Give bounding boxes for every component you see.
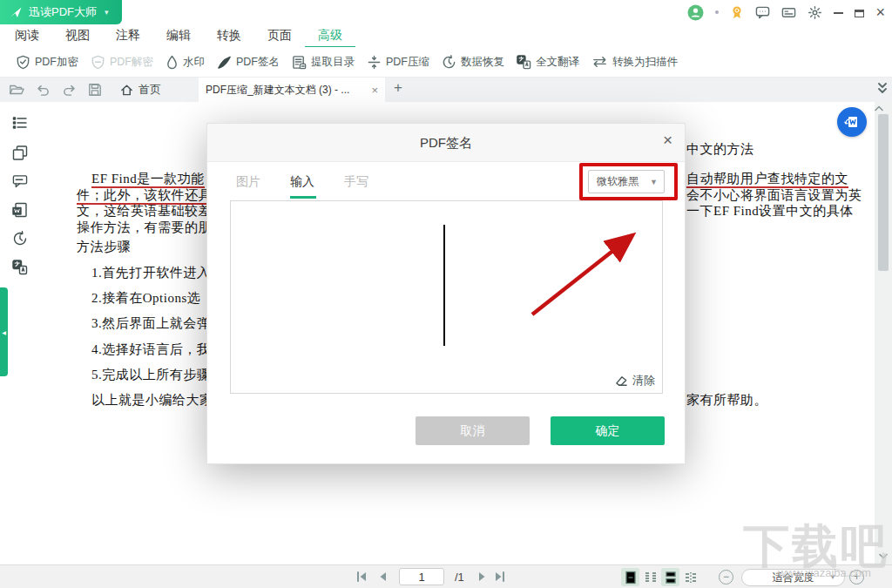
maximize-button[interactable] <box>855 0 864 24</box>
facing-view-icon[interactable] <box>661 568 679 586</box>
page-number-input[interactable] <box>399 568 444 585</box>
page-thumbnails-icon[interactable] <box>12 145 28 160</box>
document-tab-bar: 首页 PDF压缩_新建文本文档 (3) - ... × + <box>0 78 892 102</box>
ribbon-full-translate[interactable]: 全文翻译 <box>517 55 579 70</box>
word-badge-icon <box>843 113 861 131</box>
first-page-button[interactable] <box>355 571 368 583</box>
gift-card-icon[interactable] <box>781 6 796 19</box>
next-page-button[interactable] <box>476 571 489 583</box>
extract-toc-icon <box>292 55 307 70</box>
app-title: 迅读PDF大师 <box>29 4 97 20</box>
new-tab-button[interactable]: + <box>394 79 402 97</box>
app-window: 迅读PDF大师 ▾ × 阅读 视图 <box>0 0 892 588</box>
confirm-button[interactable]: 确定 <box>551 416 665 445</box>
font-dropdown-value: 微软雅黑 <box>597 174 639 189</box>
signature-canvas[interactable]: 清除 <box>230 200 663 394</box>
menu-tab-view[interactable]: 视图 <box>65 24 90 47</box>
home-icon <box>120 84 133 97</box>
vertical-scrollbar[interactable] <box>875 102 892 564</box>
menu-tab-advanced[interactable]: 高级 <box>318 24 342 47</box>
dialog-header: PDF签名 <box>207 124 685 162</box>
scrollbar-thumb[interactable] <box>878 114 889 271</box>
ribbon-watermark[interactable]: 水印 <box>166 55 205 70</box>
doc-text-line: 自动帮助用户查找特定的文 <box>686 171 848 187</box>
doc-text-line: 3.然后界面上就会弹 <box>91 315 210 332</box>
ribbon-convert-scan[interactable]: 转换为扫描件 <box>591 55 678 70</box>
maximize-icon <box>855 10 864 17</box>
word-convert-badge[interactable] <box>837 107 867 137</box>
redo-icon[interactable] <box>62 84 77 97</box>
scroll-up-icon[interactable] <box>875 105 892 112</box>
dialog-title: PDF签名 <box>207 124 685 162</box>
prev-page-button[interactable] <box>376 571 389 583</box>
ribbon-pdf-compress[interactable]: PDF压缩 <box>367 55 429 70</box>
clear-button[interactable]: 清除 <box>615 373 655 389</box>
double-chevron-down-icon[interactable] <box>875 81 889 97</box>
data-recover-icon[interactable] <box>12 231 28 247</box>
data-recover-icon <box>442 55 456 70</box>
ribbon-toolbar: PDF加密 PDF解密 水印 PDF签名 提取目录 PDF压缩 数据恢复 全文 <box>0 47 892 78</box>
menu-tab-page[interactable]: 页面 <box>267 24 292 47</box>
scroll-down-icon[interactable] <box>879 553 888 559</box>
tab-document-active[interactable]: PDF压缩_新建文本文档 (3) - ... × <box>199 78 385 102</box>
dialog-tab-handwrite[interactable]: 手写 <box>344 174 368 190</box>
ribbon-extract-toc[interactable]: 提取目录 <box>292 55 355 70</box>
titlebar-controls: × <box>687 0 885 24</box>
save-icon[interactable] <box>88 83 102 97</box>
zoom-in-button[interactable]: + <box>849 570 864 585</box>
facing-continuous-view-icon[interactable] <box>681 568 699 586</box>
settings-gear-icon[interactable] <box>808 5 822 20</box>
collapse-arrow-icon: ◀ <box>2 329 6 335</box>
doc-text-line: 5.完成以上所有步骤 <box>91 367 210 383</box>
last-page-button[interactable] <box>494 571 506 583</box>
minimize-icon <box>834 12 843 14</box>
dialog-close-icon[interactable]: × <box>663 131 672 150</box>
status-bar: /1 − 适合宽度 ▼ + <box>0 564 892 588</box>
comments-icon[interactable] <box>12 173 28 188</box>
app-brand[interactable]: 迅读PDF大师 ▾ <box>0 0 122 24</box>
menu-tab-convert[interactable]: 转换 <box>217 24 241 47</box>
sidebar-collapse-handle[interactable]: ◀ <box>0 287 8 376</box>
dialog-tab-image[interactable]: 图片 <box>236 174 260 190</box>
page-total-label: /1 <box>455 571 464 584</box>
doc-text-line: 以上就是小编给大家 <box>91 392 213 409</box>
doc-text-line: 1.首先打开软件进入 <box>91 265 210 281</box>
continuous-view-icon[interactable] <box>641 568 659 586</box>
separator-dot <box>715 10 719 14</box>
doc-text-line: 一下EF Find设置中文的具体 <box>686 203 854 220</box>
quick-actions <box>9 78 102 102</box>
ribbon-data-recover[interactable]: 数据恢复 <box>442 55 504 70</box>
menu-bar: 阅读 视图 注释 编辑 转换 页面 高级 <box>0 24 892 47</box>
tab-home[interactable]: 首页 <box>113 78 168 102</box>
title-bar: 迅读PDF大师 ▾ × <box>0 0 892 24</box>
cancel-button[interactable]: 取消 <box>416 416 530 445</box>
zoom-level-select[interactable]: 适合宽度 ▼ <box>741 569 845 586</box>
annotation-arrow <box>231 201 662 393</box>
font-dropdown[interactable]: 微软雅黑 ▼ <box>588 170 665 193</box>
outline-list-icon[interactable] <box>12 116 28 130</box>
doc-text-line: EF Find是一款功能 <box>91 171 205 187</box>
translate-icon[interactable] <box>12 260 28 275</box>
dialog-tab-input[interactable]: 输入 <box>290 174 314 190</box>
close-button[interactable]: × <box>875 0 885 24</box>
zoom-caret-icon: ▼ <box>829 570 836 585</box>
ribbon-pdf-decrypt[interactable]: PDF解密 <box>91 55 153 70</box>
single-page-view-icon[interactable] <box>621 568 639 586</box>
message-icon[interactable] <box>755 5 770 19</box>
doc-text-line: 会不小心将界面语言设置为英 <box>686 187 862 204</box>
ribbon-pdf-encrypt[interactable]: PDF加密 <box>16 55 78 70</box>
medal-icon[interactable] <box>730 5 744 20</box>
shield-minus-icon <box>91 55 105 70</box>
menu-tab-annotate[interactable]: 注释 <box>116 24 140 47</box>
user-avatar-icon[interactable] <box>687 4 704 21</box>
tab-close-icon[interactable]: × <box>371 84 378 97</box>
menu-tab-edit[interactable]: 编辑 <box>166 24 191 47</box>
menu-tab-read[interactable]: 阅读 <box>15 24 39 47</box>
minimize-button[interactable] <box>834 0 843 24</box>
zoom-out-button[interactable]: − <box>719 570 733 585</box>
word-export-icon[interactable] <box>12 202 28 218</box>
undo-icon[interactable] <box>36 84 51 97</box>
open-folder-icon[interactable] <box>9 83 24 97</box>
brand-caret-icon: ▾ <box>105 8 109 17</box>
ribbon-pdf-sign[interactable]: PDF签名 <box>217 55 280 70</box>
